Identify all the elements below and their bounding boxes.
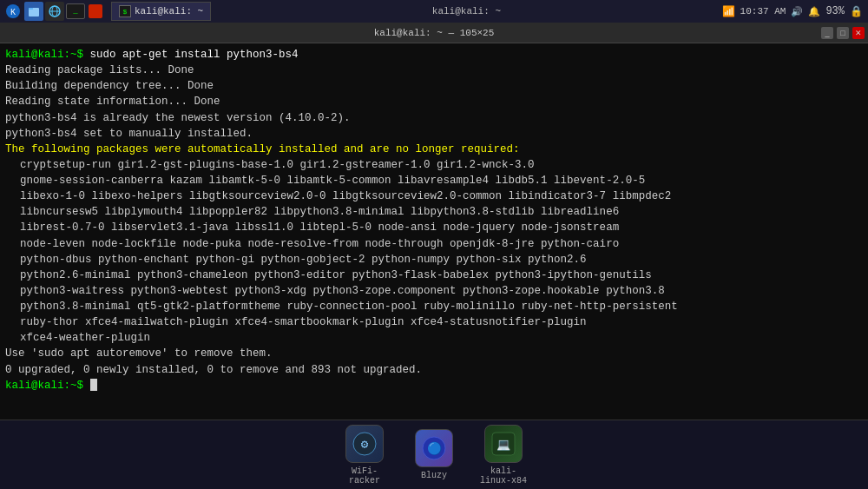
prompt-line: kali@kali:~$: [5, 49, 83, 61]
svg-text:🔵: 🔵: [427, 441, 443, 456]
line-15: python3-waitress python3-webtest python3…: [5, 285, 665, 297]
taskbar-terminal-app[interactable]: $ kali@kali: ~: [111, 2, 211, 21]
close-button[interactable]: ✕: [852, 27, 865, 39]
close-red-icon[interactable]: [89, 4, 102, 18]
terminal-content: kali@kali:~$ sudo apt-get install python…: [5, 47, 863, 393]
taskbar-center: kali@kali: ~: [211, 6, 721, 17]
line-5: python3-bs4 set to manually installed.: [5, 128, 253, 140]
svg-text:💻: 💻: [496, 437, 511, 452]
line-14: python2.6-minimal python3-chameleon pyth…: [5, 269, 652, 281]
network-icon: 📶: [722, 5, 735, 18]
line-8: gnome-session-canberra kazam libamtk-5-0…: [5, 175, 645, 187]
line-19: Use 'sudo apt autoremove' to remove them…: [5, 347, 273, 360]
line-12: node-leven node-lockfile node-puka node-…: [5, 238, 619, 250]
line-11: librest-0.7-0 libservlet3.1-java libssl1…: [5, 221, 619, 234]
line-7: cryptsetup-run gir1.2-gst-plugins-base-1…: [5, 159, 535, 171]
dock-label-wifi: WiFi-racker: [339, 466, 391, 486]
line-10: libncursesw5 libplymouth4 libpoppler82 l…: [5, 206, 619, 218]
browser-icon[interactable]: [45, 2, 64, 21]
svg-text:⚙: ⚙: [361, 438, 369, 452]
title-bar-text: kali@kali: ~ — 105×25: [374, 28, 495, 38]
wifi-racker-icon[interactable]: ⚙: [345, 425, 384, 463]
bottom-dock: ⚙ WiFi-racker 🔵 Bluzy 💻 kali-linux-x84: [0, 420, 868, 489]
line-13: python-dbus python-enchant python-gi pyt…: [5, 254, 587, 266]
dock-item-wifi[interactable]: ⚙ WiFi-racker: [339, 425, 391, 486]
taskbar-right: 📶 10:37 AM 🔊 🔔 93% 🔒: [722, 5, 868, 18]
sound-icon: 🔊: [791, 6, 803, 17]
line-6: The following packages were automaticall…: [5, 143, 520, 155]
line-20: 0 upgraded, 0 newly installed, 0 to remo…: [5, 364, 422, 376]
terminal-icon-small[interactable]: _: [66, 3, 85, 19]
files-icon[interactable]: [24, 2, 43, 21]
final-prompt-line: kali@kali:~$: [5, 380, 97, 392]
line-18: xfce4-weather-plugin: [5, 332, 150, 344]
battery-status: 93%: [825, 5, 845, 17]
svg-text:K: K: [10, 8, 16, 17]
command-text: sudo apt-get install python3-bs4: [83, 49, 299, 61]
dock-item-install[interactable]: 💻 kali-linux-x84: [477, 425, 529, 486]
lock-icon[interactable]: 🔒: [850, 5, 863, 18]
line-17: ruby-thor xfce4-mailwatch-plugin xfce4-s…: [5, 316, 587, 328]
taskbar: K _ $ kali@kali: ~: [0, 0, 868, 23]
window-controls: _ □ ✕: [821, 27, 865, 39]
maximize-button[interactable]: □: [837, 27, 849, 39]
line-1: Reading package lists... Done: [5, 64, 194, 76]
notification-icon: 🔔: [808, 6, 820, 17]
title-bar: kali@kali: ~ — 105×25 _ □ ✕: [0, 23, 868, 43]
cursor: [90, 379, 97, 391]
window-title-center: kali@kali: ~: [432, 6, 501, 17]
bluzy-icon[interactable]: 🔵: [415, 429, 453, 467]
clock: 10:37 AM: [740, 6, 786, 17]
kali-icon[interactable]: K: [3, 2, 23, 21]
kali-install-icon[interactable]: 💻: [484, 425, 523, 463]
taskbar-app-label: kali@kali: ~: [135, 6, 203, 17]
dock-label-install: kali-linux-x84: [477, 466, 529, 486]
line-9: libexo-1-0 libexo-helpers libgtksourcevi…: [5, 190, 671, 202]
taskbar-left: K _ $ kali@kali: ~: [0, 2, 211, 21]
line-2: Building dependency tree... Done: [5, 80, 214, 92]
terminal-scroll[interactable]: kali@kali:~$ sudo apt-get install python…: [5, 47, 863, 415]
svg-rect-3: [29, 8, 33, 10]
dock-label-bluzy: Bluzy: [421, 471, 447, 480]
line-4: python3-bs4 is already the newest versio…: [5, 112, 351, 124]
line-3: Reading state information... Done: [5, 96, 220, 108]
dock-item-bluzy[interactable]: 🔵 Bluzy: [408, 429, 460, 480]
line-16: python3.8-minimal qt5-gtk2-platformtheme…: [5, 301, 678, 313]
minimize-button[interactable]: _: [821, 27, 833, 39]
